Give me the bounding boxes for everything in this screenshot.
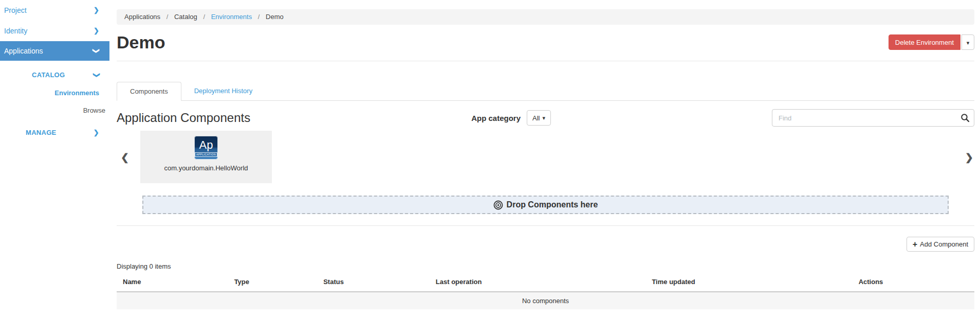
column-header-status: Status bbox=[318, 273, 431, 292]
sidebar: Project ❯ Identity ❯ Applications ❯ CATA… bbox=[0, 0, 109, 142]
column-header-last-operation: Last operation bbox=[431, 273, 647, 292]
sidebar-item-manage[interactable]: MANAGE ❯ bbox=[0, 124, 109, 142]
tab-bar: Components Deployment History bbox=[117, 82, 974, 101]
add-component-button[interactable]: + Add Component bbox=[907, 237, 974, 252]
table-empty-message: No components bbox=[117, 292, 974, 309]
sidebar-item-label: Browse bbox=[83, 107, 105, 114]
search-icon[interactable] bbox=[960, 113, 970, 122]
components-toolbar: Application Components App category All … bbox=[117, 109, 974, 127]
find-field-wrapper bbox=[772, 109, 974, 127]
plus-icon: + bbox=[913, 240, 917, 249]
caret-down-icon: ▾ bbox=[967, 40, 970, 46]
carousel-prev-button[interactable]: ❮ bbox=[121, 151, 129, 163]
tab-deployment-history[interactable]: Deployment History bbox=[181, 82, 265, 101]
table-empty-row: No components bbox=[117, 292, 974, 309]
app-category-selected-value: All bbox=[532, 114, 540, 122]
chevron-right-icon: ❯ bbox=[94, 21, 99, 41]
application-icon-subtitle: APPLICATION bbox=[195, 152, 217, 157]
sidebar-item-project[interactable]: Project ❯ bbox=[0, 0, 109, 21]
breadcrumb-separator: / bbox=[258, 13, 260, 21]
drop-components-zone[interactable]: Drop Components here bbox=[142, 196, 949, 214]
app-carousel: ❮ Ap APPLICATION com.yourdomain.HelloWor… bbox=[117, 131, 974, 183]
chevron-down-icon: ❯ bbox=[87, 48, 106, 54]
drop-zone-label: Drop Components here bbox=[507, 200, 598, 209]
chevron-right-icon: ❯ bbox=[94, 124, 99, 142]
target-icon bbox=[493, 200, 503, 210]
app-category-filter: App category All ▾ bbox=[471, 110, 551, 126]
sidebar-item-browse[interactable]: Browse bbox=[0, 102, 109, 119]
table-summary: Displaying 0 items bbox=[117, 262, 974, 270]
app-category-dropdown[interactable]: All ▾ bbox=[527, 110, 551, 126]
sidebar-item-label: Applications bbox=[4, 47, 43, 55]
sidebar-item-applications[interactable]: Applications ❯ bbox=[0, 41, 109, 61]
main-content: Applications / Catalog / Environments / … bbox=[117, 0, 974, 309]
app-card[interactable]: Ap APPLICATION com.yourdomain.HelloWorld bbox=[140, 131, 272, 183]
breadcrumb-item: Applications bbox=[124, 13, 160, 21]
application-icon: Ap APPLICATION bbox=[194, 136, 218, 160]
sidebar-section-label: MANAGE bbox=[26, 129, 57, 136]
column-header-actions: Actions bbox=[854, 273, 974, 292]
title-divider bbox=[117, 61, 974, 61]
sidebar-section-label: CATALOG bbox=[32, 71, 65, 79]
column-header-name: Name bbox=[117, 273, 229, 292]
add-component-label: Add Component bbox=[920, 240, 968, 248]
sidebar-item-label: Identity bbox=[4, 27, 27, 35]
breadcrumb-link-environments[interactable]: Environments bbox=[211, 13, 252, 21]
breadcrumb-separator: / bbox=[167, 13, 169, 21]
breadcrumb-separator: / bbox=[203, 13, 205, 21]
find-input[interactable] bbox=[772, 109, 974, 127]
breadcrumb: Applications / Catalog / Environments / … bbox=[117, 9, 974, 25]
delete-environment-button[interactable]: Delete Environment bbox=[889, 34, 960, 50]
caret-down-icon: ▾ bbox=[542, 115, 545, 121]
sidebar-item-environments[interactable]: Environments bbox=[0, 84, 109, 102]
carousel-next-button[interactable]: ❯ bbox=[965, 151, 973, 163]
application-icon-title: Ap bbox=[199, 139, 213, 151]
sidebar-item-label: Project bbox=[4, 6, 27, 14]
components-table: Name Type Status Last operation Time upd… bbox=[117, 273, 974, 309]
delete-environment-dropdown-toggle[interactable]: ▾ bbox=[961, 34, 974, 50]
delete-environment-button-group: Delete Environment ▾ bbox=[889, 34, 974, 50]
sidebar-item-catalog[interactable]: CATALOG ❯ bbox=[0, 66, 109, 84]
section-divider bbox=[117, 225, 974, 226]
breadcrumb-item: Catalog bbox=[174, 13, 197, 21]
chevron-down-icon: ❯ bbox=[87, 72, 105, 78]
breadcrumb-item-current: Demo bbox=[266, 13, 284, 21]
page-header: Demo Delete Environment ▾ bbox=[117, 30, 974, 55]
chevron-right-icon: ❯ bbox=[94, 0, 99, 21]
app-name: com.yourdomain.HelloWorld bbox=[140, 164, 272, 172]
add-component-row: + Add Component bbox=[117, 237, 974, 252]
column-header-time-updated: Time updated bbox=[646, 273, 853, 292]
sidebar-item-label: Environments bbox=[54, 89, 99, 97]
table-header-row: Name Type Status Last operation Time upd… bbox=[117, 273, 974, 292]
page-title: Demo bbox=[117, 32, 165, 52]
column-header-type: Type bbox=[229, 273, 319, 292]
sidebar-item-identity[interactable]: Identity ❯ bbox=[0, 21, 109, 41]
section-heading: Application Components bbox=[117, 111, 250, 125]
tab-components[interactable]: Components bbox=[117, 82, 181, 101]
app-category-label: App category bbox=[471, 114, 521, 122]
